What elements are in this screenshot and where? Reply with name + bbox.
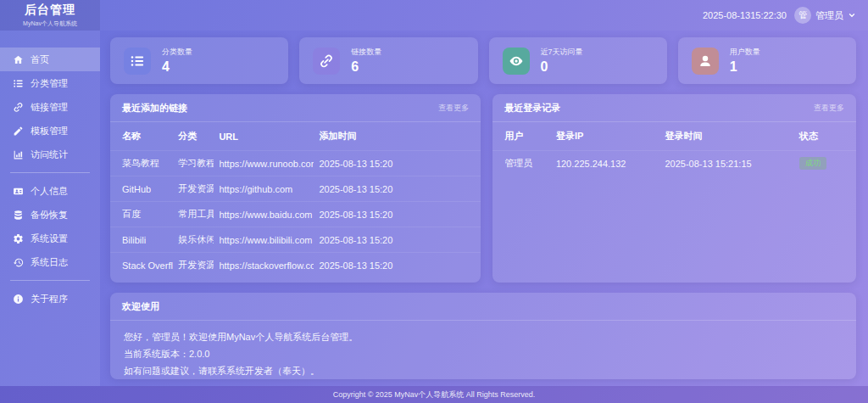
cell-url: https://stackoverflow.com (214, 253, 314, 278)
welcome-panel: 欢迎使用 您好，管理员！欢迎使用MyNav个人导航系统后台管理。 当前系统版本：… (110, 293, 856, 379)
cell-category: 开发资源 (173, 176, 214, 202)
sidebar-item-categories[interactable]: 分类管理 (0, 71, 100, 95)
panel-header: 最近添加的链接 查看更多 (110, 94, 481, 122)
top-bar-right: 2025-08-1315:22:30 管 管理员 (703, 7, 868, 24)
username-label: 管理员 (815, 9, 843, 22)
col-header-name: 名称 (110, 122, 173, 151)
sidebar-divider (10, 172, 90, 173)
stat-label: 链接数量 (351, 47, 381, 58)
col-header-login-time: 登录时间 (659, 122, 794, 151)
history-icon (13, 257, 24, 268)
cell-name: 百度 (110, 202, 173, 227)
sidebar-item-label: 首页 (31, 53, 49, 66)
col-header-url: URL (214, 122, 314, 151)
sidebar-item-links[interactable]: 链接管理 (0, 95, 100, 119)
welcome-line: 当前系统版本：2.0.0 (124, 346, 843, 363)
footer: Copyright © 2025 MyNav个人导航系统 All Rights … (0, 386, 868, 403)
sidebar-divider (10, 280, 90, 281)
cell-time: 2025-08-13 15:20 (314, 176, 481, 202)
sidebar-item-label: 系统设置 (31, 232, 68, 245)
table-header-row: 用户 登录IP 登录时间 状态 (492, 122, 856, 151)
stat-info: 用户数量 1 (730, 47, 760, 75)
cell-category: 娱乐休闲 (173, 227, 214, 253)
sidebar-item-label: 访问统计 (31, 148, 68, 161)
stat-value: 1 (730, 59, 760, 75)
database-icon (13, 210, 24, 221)
sidebar-item-label: 系统日志 (31, 256, 68, 269)
recent-links-panel: 最近添加的链接 查看更多 名称 分类 URL 添加时间 (110, 94, 481, 283)
chevron-down-icon (848, 11, 856, 20)
table-row: Bilibili 娱乐休闲 https://www.bilibili.com 2… (110, 227, 481, 253)
view-more-link[interactable]: 查看更多 (814, 103, 844, 114)
datetime-text: 2025-08-1315:22:30 (703, 10, 787, 20)
panels-row: 最近添加的链接 查看更多 名称 分类 URL 添加时间 (110, 94, 856, 283)
cell-ip: 120.225.244.132 (551, 151, 660, 176)
admin-dashboard: 后台管理 MyNav个人导航系统 2025-08-1315:22:30 管 管理… (0, 0, 868, 403)
app-title: 后台管理 (25, 3, 75, 18)
stat-info: 近7天访问量 0 (541, 47, 583, 75)
panel-header: 最近登录记录 查看更多 (492, 94, 856, 122)
user-icon (692, 48, 719, 75)
sidebar: 首页 分类管理 链接管理 模板管理 访问统计 个人信息 (0, 31, 100, 386)
cell-category: 学习教程 (173, 151, 214, 176)
cell-url: https://github.com (214, 176, 314, 202)
cell-category: 常用工具 (173, 202, 214, 227)
sidebar-item-profile[interactable]: 个人信息 (0, 179, 100, 203)
panel-title: 最近添加的链接 (122, 102, 187, 115)
cell-name: 菜鸟教程 (110, 151, 173, 176)
sidebar-item-logs[interactable]: 系统日志 (0, 250, 100, 274)
sidebar-item-label: 链接管理 (31, 101, 68, 114)
welcome-line: 如有问题或建议，请联系系统开发者（奉天）。 (124, 363, 843, 379)
id-card-icon (13, 186, 24, 197)
recent-logins-panel: 最近登录记录 查看更多 用户 登录IP 登录时间 状态 (492, 94, 856, 283)
col-header-status: 状态 (794, 122, 856, 151)
gear-icon (13, 233, 24, 244)
home-icon (13, 54, 24, 65)
cell-category: 开发资源 (173, 253, 214, 278)
table-row: Stack Overflow 开发资源 https://stackoverflo… (110, 253, 481, 278)
sidebar-item-settings[interactable]: 系统设置 (0, 227, 100, 250)
table-row: GitHub 开发资源 https://github.com 2025-08-1… (110, 176, 481, 202)
stat-info: 分类数量 4 (162, 47, 192, 75)
welcome-line: 您好，管理员！欢迎使用MyNav个人导航系统后台管理。 (124, 329, 843, 346)
page-body: 首页 分类管理 链接管理 模板管理 访问统计 个人信息 (0, 31, 868, 386)
table-row: 管理员 120.225.244.132 2025-08-13 15:21:15 … (492, 151, 856, 176)
stat-value: 6 (351, 59, 381, 75)
sidebar-item-statistics[interactable]: 访问统计 (0, 143, 100, 166)
stat-value: 0 (541, 59, 583, 75)
main-content: 分类数量 4 链接数量 6 近7天访问量 0 (100, 31, 868, 386)
recent-logins-table: 用户 登录IP 登录时间 状态 管理员 120.225.244.132 2025… (492, 122, 856, 176)
table-header-row: 名称 分类 URL 添加时间 (110, 122, 481, 151)
cell-url: https://www.runoob.com (214, 151, 314, 176)
cell-name: Stack Overflow (110, 253, 173, 278)
col-header-ip: 登录IP (551, 122, 660, 151)
col-header-category: 分类 (173, 122, 214, 151)
sidebar-item-about[interactable]: 关于程序 (0, 287, 100, 311)
view-more-link[interactable]: 查看更多 (438, 103, 469, 114)
panel-header: 欢迎使用 (110, 293, 856, 321)
app-subtitle: MyNav个人导航系统 (23, 20, 77, 28)
list-icon (13, 78, 24, 89)
stat-label: 用户数量 (730, 47, 760, 58)
avatar: 管 (794, 7, 811, 24)
panel-title: 最近登录记录 (504, 102, 560, 115)
sidebar-item-templates[interactable]: 模板管理 (0, 119, 100, 143)
recent-links-table: 名称 分类 URL 添加时间 菜鸟教程 学习教程 https://www.run… (110, 122, 481, 277)
stats-row: 分类数量 4 链接数量 6 近7天访问量 0 (110, 37, 856, 84)
chart-icon (13, 149, 24, 160)
cell-name: GitHub (110, 176, 173, 202)
pencil-icon (13, 126, 24, 137)
info-icon (13, 294, 24, 305)
user-menu[interactable]: 管 管理员 (794, 7, 856, 24)
table-row: 菜鸟教程 学习教程 https://www.runoob.com 2025-08… (110, 151, 481, 176)
sidebar-item-backup[interactable]: 备份恢复 (0, 203, 100, 227)
chain-icon (313, 48, 340, 75)
cell-url: https://www.baidu.com (214, 202, 314, 227)
stat-label: 分类数量 (162, 47, 192, 58)
stat-card-users: 用户数量 1 (678, 37, 856, 84)
welcome-body: 您好，管理员！欢迎使用MyNav个人导航系统后台管理。 当前系统版本：2.0.0… (110, 321, 856, 379)
sidebar-item-label: 模板管理 (31, 125, 68, 137)
table-row: 百度 常用工具 https://www.baidu.com 2025-08-13… (110, 202, 481, 227)
sidebar-item-home[interactable]: 首页 (0, 48, 100, 71)
stat-card-categories: 分类数量 4 (110, 37, 288, 84)
